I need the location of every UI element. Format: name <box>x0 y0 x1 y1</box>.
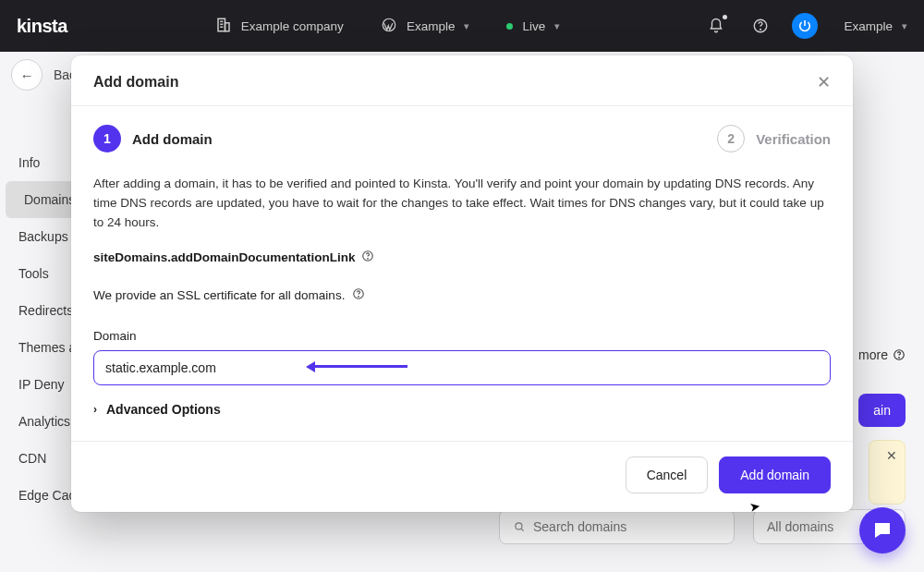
stepper: 1 Add domain 2 Verification <box>93 125 831 152</box>
help-icon <box>361 249 374 265</box>
step-2-label: Verification <box>756 131 831 147</box>
select-value: All domains <box>767 519 833 534</box>
add-domain-modal: Add domain ✕ 1 Add domain 2 Verification… <box>71 55 853 512</box>
doc-link-text: siteDomains.addDomainDocumentationLink <box>93 250 356 264</box>
advanced-options-toggle[interactable]: › Advanced Options <box>93 385 831 428</box>
company-selector[interactable]: Example company <box>215 17 344 36</box>
svg-point-7 <box>760 29 761 30</box>
power-icon <box>797 18 812 33</box>
chevron-down-icon: ▾ <box>902 20 907 32</box>
brand-logo: kinsta <box>17 16 67 37</box>
close-icon[interactable]: ✕ <box>886 448 897 463</box>
site-selector[interactable]: Example ▾ <box>381 17 470 36</box>
chevron-right-icon: › <box>93 403 97 416</box>
chevron-down-icon: ▾ <box>554 20 560 32</box>
env-selector[interactable]: Live ▾ <box>506 19 560 33</box>
svg-point-15 <box>359 296 359 297</box>
svg-point-9 <box>899 358 900 359</box>
add-domain-button-bg[interactable]: ain <box>858 394 906 427</box>
topbar: kinsta Example company Example ▾ Live ▾ … <box>0 0 924 52</box>
warning-card: ✕ <box>869 440 906 505</box>
back-arrow-icon[interactable]: ← <box>11 59 43 91</box>
svg-line-11 <box>521 529 524 531</box>
step-1-number: 1 <box>93 125 121 152</box>
search-domains-input[interactable]: Search domains <box>499 509 735 544</box>
user-avatar[interactable] <box>792 13 818 39</box>
modal-title: Add domain <box>93 74 178 91</box>
step-1-label: Add domain <box>132 131 213 147</box>
modal-description: After adding a domain, it has to be veri… <box>93 175 831 233</box>
domain-field-label: Domain <box>93 329 831 343</box>
more-label: more <box>858 347 888 362</box>
chevron-down-icon: ▾ <box>464 20 469 32</box>
wordpress-icon <box>381 17 397 36</box>
notification-dot <box>723 15 727 19</box>
svg-rect-1 <box>225 22 229 30</box>
cursor-icon: ➤ <box>748 498 762 515</box>
ssl-text: We provide an SSL certificate for all do… <box>93 288 345 302</box>
close-icon[interactable]: ✕ <box>817 72 831 92</box>
bell-icon <box>708 18 724 34</box>
notifications-button[interactable] <box>703 13 729 39</box>
help-icon <box>752 18 769 34</box>
add-domain-submit-button[interactable]: Add domain <box>719 456 831 493</box>
chat-icon <box>871 519 894 542</box>
svg-point-10 <box>516 523 522 529</box>
learn-more-link[interactable]: more <box>858 347 906 362</box>
documentation-link[interactable]: siteDomains.addDomainDocumentationLink <box>93 249 831 265</box>
help-icon <box>893 348 906 361</box>
help-button[interactable] <box>748 13 773 39</box>
help-icon[interactable] <box>352 287 365 303</box>
company-name: Example company <box>241 19 344 33</box>
env-label: Live <box>522 19 545 33</box>
chat-launcher[interactable] <box>859 507 906 554</box>
search-placeholder: Search domains <box>533 519 626 534</box>
ssl-note: We provide an SSL certificate for all do… <box>93 287 831 303</box>
live-dot-icon <box>506 23 513 30</box>
cancel-button[interactable]: Cancel <box>626 456 709 493</box>
svg-point-13 <box>367 258 368 259</box>
user-name: Example <box>844 19 893 33</box>
step-2: 2 Verification <box>717 125 831 152</box>
user-menu[interactable]: Example ▾ <box>844 19 907 33</box>
step-2-number: 2 <box>717 125 745 152</box>
step-1: 1 Add domain <box>93 125 213 152</box>
domain-input[interactable] <box>93 350 831 385</box>
search-icon <box>513 520 526 533</box>
building-icon <box>215 17 232 36</box>
advanced-options-label: Advanced Options <box>106 402 221 417</box>
site-name: Example <box>407 19 456 33</box>
annotation-arrow <box>306 361 407 372</box>
modal-overlay: Add domain ✕ 1 Add domain 2 Verification… <box>0 0 924 572</box>
